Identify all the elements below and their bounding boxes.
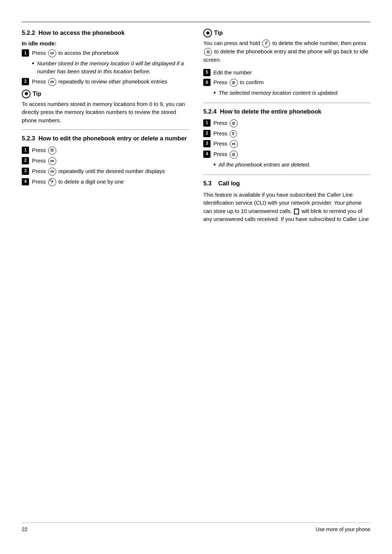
divider-523: [22, 130, 189, 130]
bullet-523-text: The selected memory location content is …: [219, 89, 339, 97]
tip-left: ✱ Tip To access numbers stored in memory…: [22, 90, 189, 125]
section-523-title: 5.2.3 How to edit the phonebook entry or…: [22, 134, 189, 142]
tip-right: ✱ Tip You can press and hold C̈ to delet…: [203, 29, 370, 64]
step-524-2: 2 Press 0: [203, 130, 370, 138]
tip-right-heading: ✱ Tip: [203, 29, 370, 37]
top-rule: [22, 22, 370, 22]
step-522-2: 2 Press m repeatedly to review other pho…: [22, 78, 189, 86]
step-523-4: 4 Press C✗ to delete a digit one by one: [22, 178, 189, 186]
m-icon-523-3: m: [48, 168, 56, 176]
page-number: 22: [22, 526, 28, 532]
step-524-bullet: • All the phonebook entries are deleted.: [203, 161, 370, 169]
page-footer: 22 Use more of your phone: [22, 522, 370, 532]
step-523-5: 5 Edit the number: [203, 69, 370, 77]
bullet-dot: •: [32, 59, 34, 68]
m-icon-524-3: m: [230, 140, 238, 148]
nav-icon-524-1: ⊛: [230, 119, 238, 127]
tip-left-label: Tip: [33, 91, 41, 97]
tip-left-heading: ✱ Tip: [22, 90, 189, 98]
step-522-bullet1: • Number stored in the memory location 0…: [22, 59, 189, 75]
step-523-3: 3 Press m repeatedly until the desired n…: [22, 167, 189, 176]
divider-524: [203, 103, 370, 103]
step-num-523-6: 6: [203, 79, 211, 86]
right-column: ✱ Tip You can press and hold C̈ to delet…: [203, 29, 370, 515]
step-num-524-4: 4: [203, 151, 211, 158]
step-523-5-text: Edit the number: [213, 69, 370, 77]
step-num-1: 1: [22, 49, 29, 57]
step-523-3-text: Press m repeatedly until the desired num…: [32, 167, 189, 176]
tip-right-text: You can press and hold C̈ to delete the …: [203, 39, 370, 64]
bullet-dot-2: •: [213, 89, 216, 97]
zero-icon-524-2: 0: [230, 130, 237, 138]
page: 5.2.2 How to access the phonebook In idl…: [0, 0, 392, 554]
step-523-2-text: Press m: [32, 157, 189, 165]
section-524-number: 5.2.4: [203, 108, 217, 115]
step-num-2: 2: [22, 78, 29, 85]
tip-left-text: To access numbers stored in memory locat…: [22, 100, 189, 125]
m-icon-523-2: m: [48, 157, 56, 165]
divider-53: [203, 175, 370, 175]
step-num-523-4: 4: [22, 178, 29, 185]
section-523-cont-steps: 5 Edit the number 6 Press ⊛ to confirm •…: [203, 69, 370, 98]
m-button-icon-2: m: [48, 78, 56, 86]
bullet-dot-3: •: [213, 161, 216, 169]
section-522-steps: 1 Press m to access the phonebook • Numb…: [22, 49, 189, 86]
section-523-heading: How to edit the phonebook entry or delet…: [38, 135, 187, 141]
step-523-1-text: Press ⊛: [32, 146, 189, 155]
idle-mode-label: In idle mode:: [22, 40, 189, 47]
m-button-icon: m: [48, 49, 56, 57]
nav-icon-524-4: ⊛: [230, 151, 238, 159]
section-522-title: 5.2.2 How to access the phonebook: [22, 29, 189, 37]
step-524-4: 4 Press ⊛: [203, 150, 370, 159]
section-524-steps: 1 Press ⊛ 2 Press 0 3 Press m 4 Press ⊛ …: [203, 119, 370, 169]
nav-icon-523-6: ⊛: [230, 79, 238, 87]
step-523-4-text: Press C✗ to delete a digit one by one: [32, 178, 189, 186]
step-num-524-1: 1: [203, 119, 211, 127]
bullet-524-text: All the phonebook entries are deleted.: [219, 161, 310, 169]
step-524-3-text: Press m: [213, 140, 370, 148]
section-53-text: This feature is avaliable if you have su…: [203, 191, 370, 223]
step-num-523-3: 3: [22, 168, 29, 175]
two-column-layout: 5.2.2 How to access the phonebook In idl…: [22, 29, 370, 515]
left-column: 5.2.2 How to access the phonebook In idl…: [22, 29, 189, 515]
step-523-2: 2 Press m: [22, 157, 189, 165]
tip-right-label: Tip: [214, 30, 223, 36]
step-num-523-2: 2: [22, 157, 29, 164]
step-524-1-text: Press ⊛: [213, 119, 370, 127]
step-522-1: 1 Press m to access the phonebook: [22, 49, 189, 57]
step-524-2-text: Press 0: [213, 130, 370, 138]
step-523-6: 6 Press ⊛ to confirm: [203, 78, 370, 87]
section-53-number: 5.3: [203, 180, 212, 186]
nav-icon-523-1: ⊛: [48, 147, 56, 155]
c-icon-523-4: C✗: [48, 178, 56, 186]
section-53-title: 5.3 Call log: [203, 179, 370, 187]
section-522-heading: How to access the phonebook: [38, 29, 124, 36]
step-524-1: 1 Press ⊛: [203, 119, 370, 127]
tip-icon-left: ✱: [22, 90, 30, 98]
footer-right-text: Use more of your phone: [316, 526, 370, 532]
section-522-number: 5.2.2: [22, 29, 35, 36]
bullet-522-1-text: Number stored in the memory location 0 w…: [37, 59, 189, 75]
step-522-1-text: Press m to access the phonebook: [32, 49, 189, 57]
step-523-6-text: Press ⊛ to confirm: [213, 78, 370, 87]
step-523-bullet: • The selected memory location content i…: [203, 89, 370, 97]
step-num-523-5: 5: [203, 69, 211, 76]
nav-tip-icon: ⊛: [204, 48, 212, 56]
step-num-523-1: 1: [22, 147, 29, 154]
section-524-title: 5.2.4 How to delete the entire phonebook: [203, 107, 370, 115]
section-524-heading: How to delete the entire phonebook: [220, 108, 322, 115]
step-524-4-text: Press ⊛: [213, 150, 370, 159]
section-523-number: 5.2.3: [22, 135, 35, 141]
step-523-1: 1 Press ⊛: [22, 146, 189, 155]
step-522-2-text: Press m repeatedly to review other phone…: [32, 78, 189, 86]
section-53-heading: Call log: [218, 180, 240, 186]
step-num-524-2: 2: [203, 130, 211, 137]
step-num-524-3: 3: [203, 140, 211, 147]
section-523-steps: 1 Press ⊛ 2 Press m 3 Press m repeatedly…: [22, 146, 189, 186]
tip-icon-right: ✱: [203, 29, 212, 37]
step-524-3: 3 Press m: [203, 140, 370, 148]
c-hold-icon: C̈: [262, 40, 270, 48]
